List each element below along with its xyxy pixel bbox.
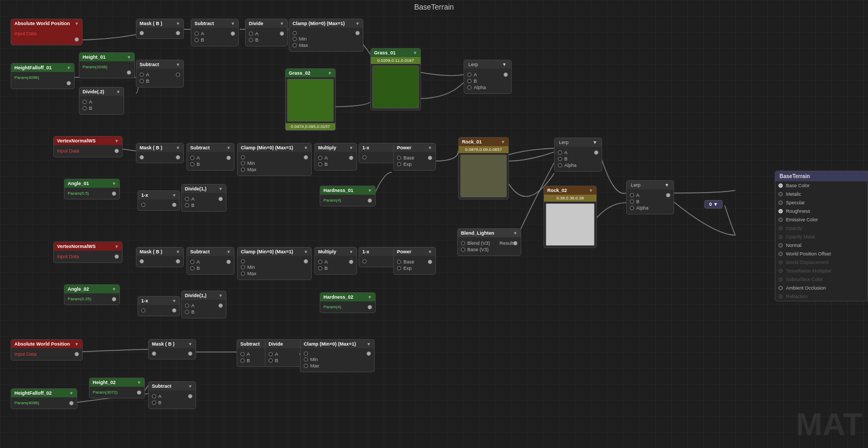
node-header-subbot2: Subtract ▼ xyxy=(149,382,196,390)
pin-alpha xyxy=(558,163,562,167)
pin-in xyxy=(141,203,145,207)
node-header-clamp2: Clamp (Min=0) (Max=1) ▼ xyxy=(238,143,311,152)
pin-in xyxy=(152,351,156,356)
node-grass-02[interactable]: Grass_02 ▼ 0.0474,0.095,0.0157 xyxy=(285,68,336,131)
material-row-ao[interactable]: Ambient Occlusion xyxy=(775,284,867,292)
node-divide-a2[interactable]: Divide(1,) ▼ A B xyxy=(181,291,226,318)
pin-out xyxy=(67,81,71,85)
node-header-hard02: Hardness_02 ▼ xyxy=(320,293,375,301)
node-height-02[interactable]: Height_02 ▼ Param(3072) xyxy=(89,378,145,398)
node-power-1[interactable]: Power ▼ Base Exp xyxy=(393,143,436,171)
pin-emissive xyxy=(778,218,783,222)
node-grass-01[interactable]: Grass_01 ▼ 0.0209,0.11,0.0187 xyxy=(370,48,421,110)
node-subtract-1[interactable]: Subtract ▼ A B xyxy=(191,19,239,46)
node-divide-top[interactable]: Divide ▼ A B xyxy=(245,19,288,46)
material-row-opacity[interactable]: Opacity xyxy=(775,224,867,233)
pin-b xyxy=(269,358,273,363)
node-clamp-2[interactable]: Clamp (Min=0) (Max=1) ▼ Min Max xyxy=(237,143,312,176)
node-power-2[interactable]: Power ▼ Base Exp xyxy=(393,247,436,275)
node-lerp-1[interactable]: Lerp ▼ A B Alpha xyxy=(464,60,512,94)
pin-out xyxy=(594,150,598,155)
node-header-clamp4: Clamp (Min=0) (Max=1) ▼ xyxy=(301,340,374,348)
node-subtract-2[interactable]: Subtract ▼ A B xyxy=(186,143,234,171)
node-abs-world-pos-2[interactable]: Absolute World Position ▼ Input Data xyxy=(11,339,83,361)
material-row-metalic[interactable]: Metalic xyxy=(775,190,867,198)
material-row-refraction[interactable]: Refraction xyxy=(775,292,867,301)
pin-b xyxy=(467,79,472,83)
pin-out xyxy=(115,254,119,259)
node-header-pow2: Power ▼ xyxy=(394,247,435,256)
node-rock-01[interactable]: Rock_01 ▼ 0.0876,0.09,0.0657 xyxy=(458,137,509,199)
node-multiply-1[interactable]: Multiply ▼ A B xyxy=(314,143,357,171)
value-zero[interactable]: 0 ▼ xyxy=(704,200,723,209)
node-rock-02[interactable]: Rock_02 ▼ 0.38,0.38,0.38 xyxy=(543,186,597,248)
pin-b xyxy=(558,157,562,161)
pin-out xyxy=(127,70,131,75)
node-lerp-2[interactable]: Lerp ▼ A B Alpha xyxy=(554,138,602,172)
node-lerp-3[interactable]: Lerp ▼ A B Alpha xyxy=(626,180,674,214)
node-1mx-4[interactable]: 1-x ▼ xyxy=(137,296,180,316)
pin-base-color xyxy=(778,183,783,188)
pin-in xyxy=(304,351,308,356)
node-multiply-2[interactable]: Multiply ▼ A B xyxy=(314,247,357,275)
node-divide-2[interactable]: Divide(.2) ▼ A B xyxy=(79,87,124,115)
node-mask-b-bot[interactable]: Mask ( B ) ▼ xyxy=(148,339,196,359)
pin-blend-v3 xyxy=(461,241,465,245)
pin-out xyxy=(112,191,116,196)
material-row-opacity-mask[interactable]: Opacity Mask xyxy=(775,233,867,241)
node-vert-norm-1[interactable]: VertexNormalWS ▼ Input Data xyxy=(53,136,123,157)
node-mask-b-2[interactable]: Mask ( B ) ▼ xyxy=(136,143,184,163)
node-1mx-2[interactable]: 1-x ▼ xyxy=(137,190,180,211)
node-clamp-3[interactable]: Clamp (Min=0) (Max=1) ▼ Min Max xyxy=(237,247,312,280)
material-row-specular[interactable]: Specular xyxy=(775,198,867,207)
material-row-base-color[interactable]: Base Color xyxy=(775,181,867,190)
node-hardness-02[interactable]: Hardness_02 ▼ Param(4) xyxy=(320,292,376,313)
node-header-rock02: Rock_02 ▼ xyxy=(544,186,596,195)
pin-a xyxy=(194,31,199,36)
node-abs-world-pos-1[interactable]: Absolute World Position ▼ Input Data xyxy=(11,19,83,45)
node-mask-b-1[interactable]: Mask ( B ) ▼ xyxy=(136,19,184,39)
node-subtract-mid[interactable]: Subtract ▼ A B xyxy=(136,60,184,87)
pin-exp xyxy=(397,162,401,166)
pin-out xyxy=(368,305,372,309)
material-row-roughness[interactable]: Roughness xyxy=(775,207,867,215)
pin-opacity xyxy=(778,226,783,230)
pin-a xyxy=(269,352,273,356)
node-height-falloff-01[interactable]: HeightFalloff_01 ▼ Param(4096) xyxy=(11,63,75,89)
node-mask-b-3[interactable]: Mask ( B ) ▼ xyxy=(136,247,184,267)
node-header-h2: Height_02 ▼ xyxy=(90,378,144,387)
material-row-subsurface[interactable]: Subsurface Color xyxy=(775,275,867,284)
node-subtract-bot2[interactable]: Subtract ▼ A B xyxy=(148,381,196,409)
pin-a xyxy=(240,352,245,356)
pin-b xyxy=(194,38,199,42)
material-row-emissive[interactable]: Emissive Color xyxy=(775,215,867,224)
material-row-world-disp[interactable]: World Displacement xyxy=(775,258,867,267)
pin-a xyxy=(318,260,322,264)
pin-normal xyxy=(778,243,783,247)
node-subtract-3[interactable]: Subtract ▼ A B xyxy=(186,247,234,275)
material-row-world-pos-offset[interactable]: World Position Offset xyxy=(775,250,867,258)
pin-b xyxy=(83,106,87,110)
pin-a xyxy=(185,303,189,308)
node-height-01[interactable]: Height_01 ▼ Param(2048) xyxy=(79,52,135,78)
node-header-grass02: Grass_02 ▼ xyxy=(286,69,335,77)
node-angle-02[interactable]: Angle_02 ▼ Param(0.25) xyxy=(64,284,120,305)
pin-base xyxy=(397,156,401,160)
node-vert-norm-2[interactable]: VertexNormalWS ▼ Input Data xyxy=(53,242,123,263)
node-angle-01[interactable]: Angle_01 ▼ Param(0.5) xyxy=(64,179,120,199)
node-blend-lighten[interactable]: Blend_Lighten ▼ Blend (V3)Result Base (V… xyxy=(457,228,521,256)
material-panel-header: BaseTerrain xyxy=(775,171,867,181)
node-height-falloff-02[interactable]: HeightFalloff_02 ▼ Param(4096) xyxy=(11,388,77,409)
pin-max xyxy=(304,364,308,368)
node-clamp-1[interactable]: Clamp (Min=0) (Max=1) ▼ Min Max xyxy=(289,19,363,52)
node-divide-a1[interactable]: Divide(1,) ▼ A B xyxy=(181,184,226,212)
pin-a xyxy=(467,73,472,77)
material-row-normal[interactable]: Normal xyxy=(775,241,867,250)
pin-world-disp xyxy=(778,260,783,265)
pin-a xyxy=(152,394,156,398)
node-hardness-01[interactable]: Hardness_01 ▼ Param(4) xyxy=(320,186,376,206)
pin-out xyxy=(428,156,432,160)
node-header-diva2: Divide(1,) ▼ xyxy=(182,291,226,300)
material-row-tess-mult[interactable]: Tessellation Multiplier xyxy=(775,267,867,275)
node-clamp-4[interactable]: Clamp (Min=0) (Max=1) ▼ Min Max xyxy=(300,339,375,372)
